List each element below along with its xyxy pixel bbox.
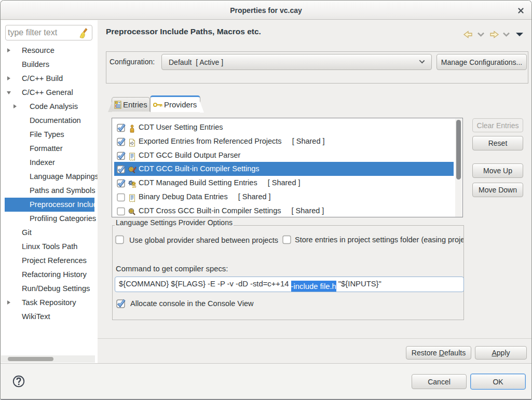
svg-text:10: 10 — [132, 185, 137, 188]
